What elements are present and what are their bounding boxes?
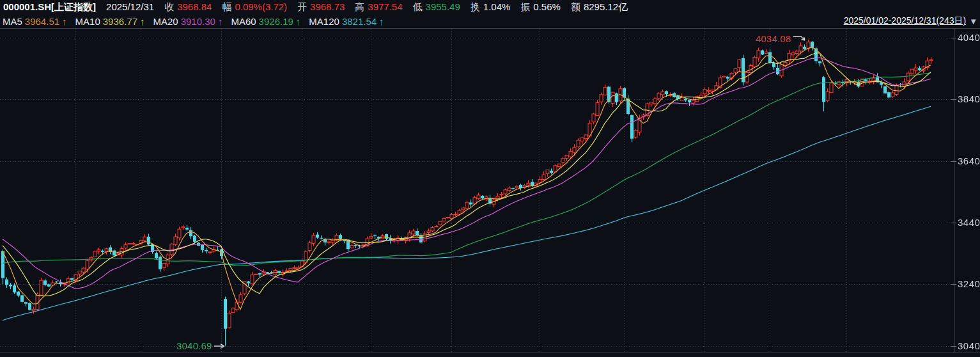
trade-date: 2025/12/31	[106, 0, 154, 14]
field-high: 高3977.54	[355, 0, 402, 14]
field-amount: 额8295.12亿	[571, 0, 628, 14]
field-change: 幅0.09%(3.72)	[222, 0, 287, 14]
ma60-legend: MA603926.19↑	[231, 16, 300, 27]
y-axis-label: 3240	[958, 278, 980, 289]
info-bar: 000001.SH[上证指数] 2025/12/31 收3968.84 幅0.0…	[0, 0, 980, 14]
field-close: 收3968.84	[164, 0, 212, 14]
y-axis-label: 4040	[958, 32, 980, 43]
arrow-right-icon	[214, 343, 226, 349]
ma10-legend: MA103936.77↑	[75, 16, 145, 27]
ma5-legend: MA53964.51↑	[3, 16, 67, 27]
up-arrow-icon: ↑	[379, 16, 384, 27]
symbol-name: 000001.SH[上证指数]	[3, 0, 96, 14]
ma-legend: MA53964.51↑ MA103936.77↑ MA203910.30↑ MA…	[0, 14, 980, 29]
date-range-selector[interactable]: 2025/01/02-2025/12/31(243日)	[844, 15, 966, 27]
annotation-year-low: 3040.69	[176, 340, 226, 351]
y-axis-label: 3840	[958, 93, 980, 104]
up-arrow-icon: ↑	[296, 16, 301, 27]
field-amplitude: 振0.56%	[520, 0, 561, 14]
y-axis-label: 3040	[958, 340, 980, 351]
arrow-down-right-icon	[793, 33, 808, 44]
candlestick-canvas[interactable]	[0, 29, 980, 357]
kline-chart: 4040 3840 3640 3440 3240 3040 4034.08 30…	[0, 29, 980, 357]
up-arrow-icon: ↑	[62, 16, 67, 27]
annotation-year-high: 4034.08	[756, 33, 808, 44]
field-low: 低3955.49	[413, 0, 460, 14]
up-arrow-icon: ↑	[140, 16, 145, 27]
y-axis-label: 3640	[958, 155, 980, 166]
dropdown-icon[interactable]: ▼	[969, 17, 977, 26]
y-axis-label: 3440	[958, 217, 980, 228]
field-turnover-rate: 换1.04%	[471, 0, 511, 14]
ma20-legend: MA203910.30↑	[153, 16, 223, 27]
field-open: 开3968.73	[297, 0, 345, 14]
ma120-legend: MA1203821.54↑	[309, 16, 384, 27]
up-arrow-icon: ↑	[218, 16, 223, 27]
